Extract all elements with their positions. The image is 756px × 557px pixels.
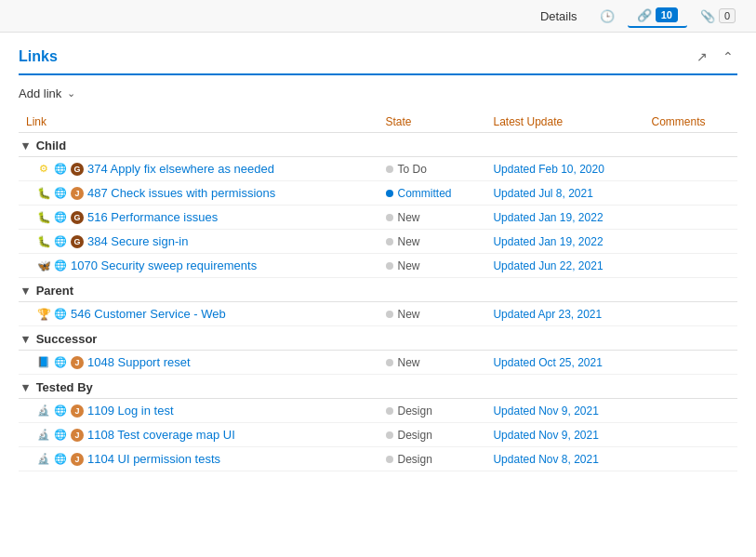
attachments-count-badge: 0 (719, 8, 736, 23)
work-item-link[interactable]: 516 Performance issues (87, 210, 218, 224)
bug-icon: 🐛 (37, 187, 50, 200)
table-row: 📘🌐J1048 Support reset New Updated Oct 25… (19, 351, 737, 375)
link-cell: 🔬🌐J1109 Log in test (26, 404, 371, 418)
group-toggle[interactable]: ▾ (22, 332, 29, 346)
state-dot-icon (386, 407, 393, 415)
state-td: New (378, 254, 486, 278)
state-label: New (398, 356, 420, 369)
state-td: To Do (378, 157, 486, 181)
update-label: Updated Nov 8, 2021 (493, 453, 598, 466)
group-label: Child (36, 139, 67, 153)
link-td: 🐛🌐J487 Check issues with permissions (19, 181, 378, 206)
test-icon: 🔬 (37, 404, 50, 418)
state-td: Design (378, 399, 486, 423)
comments-td (644, 399, 738, 423)
attachments-tab[interactable]: 📎 0 (691, 5, 745, 27)
update-td: Updated Jan 19, 2022 (485, 206, 643, 230)
work-item-link[interactable]: 1070 Security sweep requirements (71, 259, 257, 272)
state-cell: Design (386, 453, 479, 466)
group-label: Successor (36, 332, 98, 346)
state-cell: Design (386, 429, 479, 442)
avatar: J (71, 187, 84, 200)
collapse-icon[interactable]: ⌃ (719, 47, 737, 66)
trophy-icon: 🏆 (37, 308, 50, 321)
col-link: Link (19, 112, 378, 133)
top-bar: Details 🕒 🔗 10 📎 0 (0, 0, 756, 33)
links-table: Link State Latest Update Comments ▾ Chil… (19, 112, 737, 471)
state-cell: Design (386, 404, 479, 418)
state-td: Design (378, 447, 486, 471)
globe-icon: 🌐 (54, 356, 67, 369)
globe-icon: 🌐 (54, 453, 67, 466)
globe-icon: 🌐 (54, 429, 67, 442)
group-label: Tested By (36, 380, 93, 394)
avatar: J (71, 404, 84, 418)
chevron-down-icon: ⌄ (67, 87, 75, 99)
comments-td (644, 423, 738, 447)
group-toggle[interactable]: ▾ (22, 139, 29, 153)
state-dot-icon (386, 456, 393, 463)
bug-icon: 🐛 (37, 211, 50, 224)
details-tab[interactable]: Details (531, 6, 587, 27)
state-label: Design (398, 429, 432, 442)
update-label: Updated Jan 19, 2022 (493, 211, 603, 224)
update-td: Updated Nov 9, 2021 (485, 423, 643, 447)
update-td: Updated Feb 10, 2020 (485, 157, 643, 181)
work-item-link[interactable]: 1108 Test coverage map UI (87, 428, 235, 442)
book-icon: 📘 (37, 356, 50, 369)
link-cell: 🐛🌐G516 Performance issues (26, 210, 371, 224)
link-td: 🐛🌐G516 Performance issues (19, 206, 378, 230)
col-comments: Comments (644, 112, 738, 133)
links-count-badge: 10 (656, 7, 678, 22)
globe-icon: 🌐 (54, 187, 67, 200)
globe-icon: 🌐 (54, 163, 67, 176)
update-td: Updated Jul 8, 2021 (485, 181, 643, 206)
link-td: ⚙🌐G374 Apply fix elsewhere as needed (19, 157, 378, 181)
update-label: Updated Jun 22, 2021 (493, 259, 603, 272)
links-icon: 🔗 (637, 8, 652, 22)
add-link-label: Add link (19, 86, 61, 100)
work-item-link[interactable]: 374 Apply fix elsewhere as needed (87, 162, 274, 176)
state-cell: New (386, 308, 479, 321)
col-state: State (378, 112, 486, 133)
state-label: New (398, 308, 420, 321)
update-td: Updated Nov 9, 2021 (485, 399, 643, 423)
group-toggle[interactable]: ▾ (22, 380, 29, 394)
group-toggle[interactable]: ▾ (22, 284, 29, 298)
group-row: ▾ Parent (19, 278, 737, 302)
state-label: Design (398, 404, 432, 418)
state-label: New (398, 211, 420, 224)
group-cell: ▾ Successor (19, 326, 737, 351)
group-row: ▾ Successor (19, 326, 737, 351)
add-link-row[interactable]: Add link ⌄ (19, 86, 737, 100)
work-item-link[interactable]: 1104 UI permission tests (87, 452, 220, 466)
state-label: New (398, 259, 420, 272)
link-cell: 🏆🌐546 Customer Service - Web (26, 307, 371, 321)
state-td: New (378, 206, 486, 230)
work-item-link[interactable]: 1048 Support reset (87, 355, 191, 369)
comments-td (644, 157, 738, 181)
history-tab[interactable]: 🕒 (590, 6, 624, 27)
link-cell: 📘🌐J1048 Support reset (26, 355, 371, 369)
comments-td (644, 351, 738, 375)
expand-icon[interactable]: ↗ (693, 47, 711, 66)
history-icon: 🕒 (600, 9, 615, 23)
links-tab[interactable]: 🔗 10 (628, 4, 687, 28)
state-td: Design (378, 423, 486, 447)
group-row: ▾ Child (19, 133, 737, 157)
table-row: 🦋🌐1070 Security sweep requirements New U… (19, 254, 737, 278)
globe-icon: 🌐 (54, 404, 67, 418)
group-cell: ▾ Parent (19, 278, 737, 302)
work-item-link[interactable]: 546 Customer Service - Web (71, 307, 226, 321)
state-cell: New (386, 356, 479, 369)
work-item-link[interactable]: 487 Check issues with permissions (87, 186, 275, 200)
link-cell: 🔬🌐J1104 UI permission tests (26, 452, 371, 466)
work-item-link[interactable]: 1109 Log in test (87, 404, 174, 418)
bug-icon: 🐛 (37, 235, 50, 248)
state-cell: New (386, 259, 479, 272)
table-row: 🔬🌐J1109 Log in test Design Updated Nov 9… (19, 399, 737, 423)
comments-td (644, 302, 738, 326)
work-item-link[interactable]: 384 Secure sign-in (87, 234, 188, 248)
update-td: Updated Jan 19, 2022 (485, 230, 643, 254)
update-label: Updated Feb 10, 2020 (493, 163, 603, 176)
